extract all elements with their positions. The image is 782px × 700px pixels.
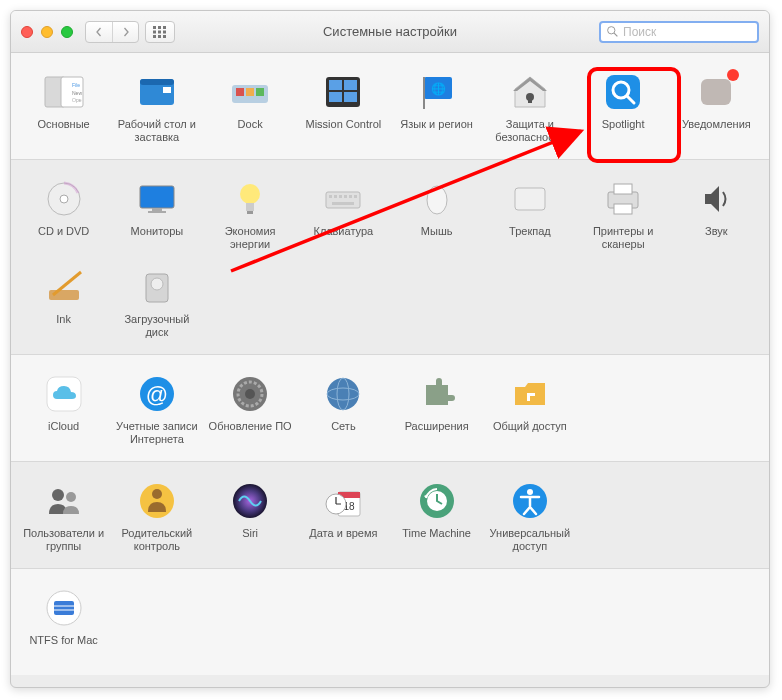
chevron-right-icon	[121, 27, 131, 37]
pref-label: Загрузочный диск	[112, 313, 201, 338]
pref-ntfs-for-mac[interactable]: NTFS for Mac	[17, 583, 110, 665]
pref-network[interactable]: Сеть	[297, 369, 390, 451]
pref-time-machine[interactable]: Time Machine	[390, 476, 483, 558]
pref-users-groups[interactable]: Пользователи и группы	[17, 476, 110, 558]
globe-icon	[322, 373, 364, 415]
speaker-icon	[695, 178, 737, 220]
pref-label: Основные	[38, 118, 90, 131]
pref-label: Обновление ПО	[209, 420, 292, 433]
badge-dot-icon	[727, 69, 739, 81]
section-personal: FileNewOpe Основные Рабочий стол и заста…	[11, 53, 769, 160]
pref-notifications[interactable]: Уведомления	[670, 67, 763, 149]
pref-keyboard[interactable]: Клавиатура	[297, 174, 390, 256]
display-icon	[136, 178, 178, 220]
zoom-icon[interactable]	[61, 26, 73, 38]
pref-mouse[interactable]: Мышь	[390, 174, 483, 256]
pref-dock[interactable]: Dock	[204, 67, 297, 149]
search-field[interactable]	[599, 21, 759, 43]
pref-displays[interactable]: Мониторы	[110, 174, 203, 256]
desktop-icon	[136, 71, 178, 113]
notifications-icon	[695, 71, 737, 113]
printer-icon	[602, 178, 644, 220]
pref-mission-control[interactable]: Mission Control	[297, 67, 390, 149]
svg-rect-8	[163, 35, 166, 38]
svg-text:File: File	[72, 82, 80, 88]
svg-rect-39	[140, 186, 174, 208]
minimize-icon[interactable]	[41, 26, 53, 38]
pref-spotlight[interactable]: Spotlight	[577, 67, 670, 149]
pref-cd-dvd[interactable]: CD и DVD	[17, 174, 110, 256]
svg-rect-20	[236, 88, 244, 96]
ntfs-icon	[43, 587, 85, 629]
pref-energy-saver[interactable]: Экономия энергии	[204, 174, 297, 256]
chevron-left-icon	[94, 27, 104, 37]
svg-text:🌐: 🌐	[430, 81, 445, 96]
svg-line-10	[614, 33, 617, 36]
time-machine-icon	[416, 480, 458, 522]
mouse-icon	[416, 178, 458, 220]
svg-point-38	[60, 195, 68, 203]
svg-point-68	[327, 378, 359, 410]
svg-rect-22	[256, 88, 264, 96]
pref-label: CD и DVD	[38, 225, 89, 238]
svg-rect-50	[349, 195, 352, 198]
back-button[interactable]	[86, 22, 112, 42]
mission-control-icon	[322, 71, 364, 113]
svg-point-73	[52, 489, 64, 501]
pref-ink[interactable]: Ink	[17, 262, 110, 344]
pref-desktop[interactable]: Рабочий стол и заставка	[110, 67, 203, 149]
svg-rect-7	[158, 35, 161, 38]
pref-label: Пользователи и группы	[19, 527, 108, 552]
pref-sharing[interactable]: Общий доступ	[483, 369, 576, 451]
pref-accessibility[interactable]: Универсальный доступ	[483, 476, 576, 558]
pref-label: Уведомления	[682, 118, 751, 131]
svg-rect-6	[153, 35, 156, 38]
search-input[interactable]	[623, 25, 752, 39]
pref-software-update[interactable]: Обновление ПО	[204, 369, 297, 451]
spotlight-icon	[602, 71, 644, 113]
pref-label: Ink	[56, 313, 71, 326]
show-all-button[interactable]	[145, 21, 175, 43]
pref-trackpad[interactable]: Трекпад	[483, 174, 576, 256]
forward-button[interactable]	[112, 22, 138, 42]
accessibility-icon	[509, 480, 551, 522]
pref-parental-controls[interactable]: Родительский контроль	[110, 476, 203, 558]
flag-icon: 🌐	[416, 71, 458, 113]
svg-rect-49	[344, 195, 347, 198]
siri-icon	[229, 480, 271, 522]
disc-icon	[43, 178, 85, 220]
disk-icon	[136, 266, 178, 308]
ink-icon	[43, 266, 85, 308]
pref-sound[interactable]: Звук	[670, 174, 763, 256]
pref-label: Универсальный доступ	[485, 527, 574, 552]
pref-icloud[interactable]: iCloud	[17, 369, 110, 451]
pref-general[interactable]: FileNewOpe Основные	[17, 67, 110, 149]
users-icon	[43, 480, 85, 522]
svg-rect-51	[354, 195, 357, 198]
pref-printers-scanners[interactable]: Принтеры и сканеры	[577, 174, 670, 256]
dock-icon	[229, 71, 271, 113]
pref-language-region[interactable]: 🌐 Язык и регион	[390, 67, 483, 149]
pref-label: Siri	[242, 527, 258, 540]
lightbulb-icon	[229, 178, 271, 220]
svg-rect-36	[701, 79, 731, 105]
search-icon	[606, 25, 619, 38]
svg-point-53	[427, 186, 447, 214]
keyboard-icon	[322, 178, 364, 220]
section-hardware: CD и DVD Мониторы Экономия энергии Клави…	[11, 160, 769, 355]
svg-point-74	[66, 492, 76, 502]
pref-security[interactable]: Защита и безопасность	[483, 67, 576, 149]
pref-date-time[interactable]: 18 Дата и время	[297, 476, 390, 558]
pref-startup-disk[interactable]: Загрузочный диск	[110, 262, 203, 344]
pref-label: NTFS for Mac	[29, 634, 97, 647]
svg-rect-48	[339, 195, 342, 198]
pref-internet-accounts[interactable]: @ Учетные записи Интернета	[110, 369, 203, 451]
svg-text:Ope: Ope	[72, 97, 82, 103]
svg-rect-52	[332, 202, 354, 205]
pref-siri[interactable]: Siri	[204, 476, 297, 558]
close-icon[interactable]	[21, 26, 33, 38]
pref-label: Трекпад	[509, 225, 551, 238]
section-thirdparty: NTFS for Mac	[11, 569, 769, 675]
pref-extensions[interactable]: Расширения	[390, 369, 483, 451]
pref-label: Dock	[238, 118, 263, 131]
